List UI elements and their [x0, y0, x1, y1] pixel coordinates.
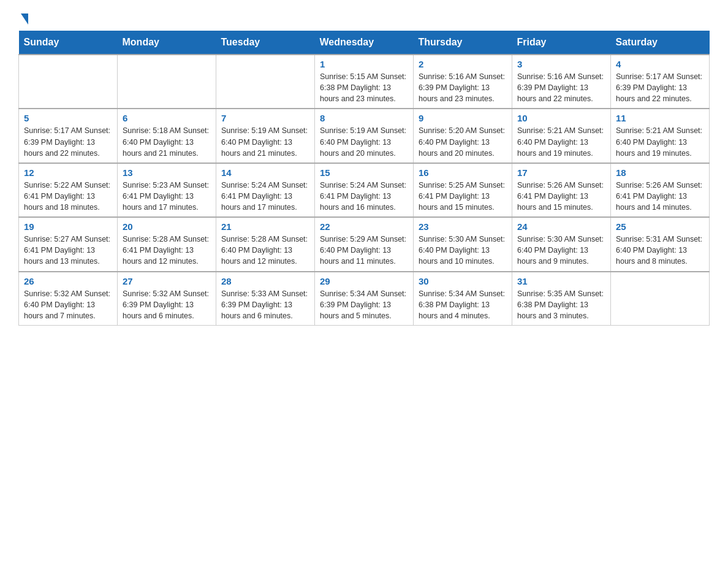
calendar-week-row: 1Sunrise: 5:15 AM Sunset: 6:38 PM Daylig…	[19, 55, 710, 109]
day-info: Sunrise: 5:19 AM Sunset: 6:40 PM Dayligh…	[320, 125, 408, 158]
logo-triangle-icon	[20, 12, 28, 25]
day-number: 5	[24, 113, 112, 123]
day-number: 12	[24, 167, 112, 178]
calendar-week-row: 12Sunrise: 5:22 AM Sunset: 6:41 PM Dayli…	[19, 163, 710, 217]
calendar-cell: 29Sunrise: 5:34 AM Sunset: 6:39 PM Dayli…	[315, 272, 414, 326]
day-info: Sunrise: 5:27 AM Sunset: 6:41 PM Dayligh…	[24, 234, 112, 267]
day-number: 25	[616, 221, 704, 232]
day-info: Sunrise: 5:34 AM Sunset: 6:38 PM Dayligh…	[419, 288, 507, 321]
calendar-cell: 1Sunrise: 5:15 AM Sunset: 6:38 PM Daylig…	[315, 55, 414, 109]
day-number: 11	[616, 113, 704, 123]
calendar-cell: 31Sunrise: 5:35 AM Sunset: 6:38 PM Dayli…	[512, 272, 611, 326]
day-info: Sunrise: 5:33 AM Sunset: 6:39 PM Dayligh…	[221, 288, 309, 321]
day-number: 16	[419, 167, 507, 178]
calendar-cell: 6Sunrise: 5:18 AM Sunset: 6:40 PM Daylig…	[118, 109, 216, 163]
day-info: Sunrise: 5:31 AM Sunset: 6:40 PM Dayligh…	[616, 234, 704, 267]
calendar-cell: 14Sunrise: 5:24 AM Sunset: 6:41 PM Dayli…	[216, 163, 315, 217]
logo	[18, 12, 28, 25]
day-info: Sunrise: 5:30 AM Sunset: 6:40 PM Dayligh…	[419, 234, 507, 267]
calendar-cell: 12Sunrise: 5:22 AM Sunset: 6:41 PM Dayli…	[19, 163, 118, 217]
calendar-cell: 22Sunrise: 5:29 AM Sunset: 6:40 PM Dayli…	[315, 217, 414, 271]
day-info: Sunrise: 5:24 AM Sunset: 6:41 PM Dayligh…	[320, 180, 408, 213]
calendar-cell: 16Sunrise: 5:25 AM Sunset: 6:41 PM Dayli…	[414, 163, 512, 217]
calendar-body: 1Sunrise: 5:15 AM Sunset: 6:38 PM Daylig…	[19, 55, 710, 325]
calendar-cell: 4Sunrise: 5:17 AM Sunset: 6:39 PM Daylig…	[611, 55, 710, 109]
calendar-cell: 27Sunrise: 5:32 AM Sunset: 6:39 PM Dayli…	[118, 272, 216, 326]
day-number: 19	[24, 221, 112, 232]
day-info: Sunrise: 5:17 AM Sunset: 6:39 PM Dayligh…	[24, 125, 112, 158]
day-number: 24	[517, 221, 605, 232]
calendar-cell: 11Sunrise: 5:21 AM Sunset: 6:40 PM Dayli…	[611, 109, 710, 163]
day-of-week-header: Thursday	[414, 31, 512, 55]
day-info: Sunrise: 5:23 AM Sunset: 6:41 PM Dayligh…	[123, 180, 211, 213]
calendar-cell: 21Sunrise: 5:28 AM Sunset: 6:40 PM Dayli…	[216, 217, 315, 271]
day-info: Sunrise: 5:17 AM Sunset: 6:39 PM Dayligh…	[616, 71, 704, 104]
day-number: 14	[221, 167, 309, 178]
day-number: 26	[24, 276, 112, 286]
day-number: 4	[616, 59, 704, 69]
day-info: Sunrise: 5:16 AM Sunset: 6:39 PM Dayligh…	[517, 71, 605, 104]
day-of-week-header: Saturday	[611, 31, 710, 55]
day-info: Sunrise: 5:35 AM Sunset: 6:38 PM Dayligh…	[517, 288, 605, 321]
logo-wordmark	[18, 12, 28, 25]
calendar-cell: 3Sunrise: 5:16 AM Sunset: 6:39 PM Daylig…	[512, 55, 611, 109]
calendar-cell: 23Sunrise: 5:30 AM Sunset: 6:40 PM Dayli…	[414, 217, 512, 271]
day-number: 20	[123, 221, 211, 232]
day-info: Sunrise: 5:26 AM Sunset: 6:41 PM Dayligh…	[517, 180, 605, 213]
calendar-cell: 10Sunrise: 5:21 AM Sunset: 6:40 PM Dayli…	[512, 109, 611, 163]
day-info: Sunrise: 5:21 AM Sunset: 6:40 PM Dayligh…	[616, 125, 704, 158]
day-info: Sunrise: 5:18 AM Sunset: 6:40 PM Dayligh…	[123, 125, 211, 158]
day-number: 6	[123, 113, 211, 123]
calendar-cell: 25Sunrise: 5:31 AM Sunset: 6:40 PM Dayli…	[611, 217, 710, 271]
days-of-week-row: SundayMondayTuesdayWednesdayThursdayFrid…	[19, 31, 710, 55]
calendar-header: SundayMondayTuesdayWednesdayThursdayFrid…	[19, 31, 710, 55]
calendar-cell: 2Sunrise: 5:16 AM Sunset: 6:39 PM Daylig…	[414, 55, 512, 109]
day-of-week-header: Friday	[512, 31, 611, 55]
day-info: Sunrise: 5:16 AM Sunset: 6:39 PM Dayligh…	[419, 71, 507, 104]
calendar-cell: 19Sunrise: 5:27 AM Sunset: 6:41 PM Dayli…	[19, 217, 118, 271]
calendar-cell	[19, 55, 118, 109]
day-of-week-header: Monday	[118, 31, 216, 55]
day-info: Sunrise: 5:30 AM Sunset: 6:40 PM Dayligh…	[517, 234, 605, 267]
day-info: Sunrise: 5:32 AM Sunset: 6:39 PM Dayligh…	[123, 288, 211, 321]
day-info: Sunrise: 5:28 AM Sunset: 6:40 PM Dayligh…	[221, 234, 309, 267]
day-number: 10	[517, 113, 605, 123]
day-number: 8	[320, 113, 408, 123]
day-info: Sunrise: 5:34 AM Sunset: 6:39 PM Dayligh…	[320, 288, 408, 321]
calendar-table: SundayMondayTuesdayWednesdayThursdayFrid…	[18, 31, 710, 326]
page-header	[18, 12, 710, 25]
calendar-cell: 5Sunrise: 5:17 AM Sunset: 6:39 PM Daylig…	[19, 109, 118, 163]
day-info: Sunrise: 5:25 AM Sunset: 6:41 PM Dayligh…	[419, 180, 507, 213]
calendar-cell: 17Sunrise: 5:26 AM Sunset: 6:41 PM Dayli…	[512, 163, 611, 217]
day-number: 28	[221, 276, 309, 286]
day-info: Sunrise: 5:20 AM Sunset: 6:40 PM Dayligh…	[419, 125, 507, 158]
day-info: Sunrise: 5:29 AM Sunset: 6:40 PM Dayligh…	[320, 234, 408, 267]
calendar-cell: 26Sunrise: 5:32 AM Sunset: 6:40 PM Dayli…	[19, 272, 118, 326]
day-info: Sunrise: 5:21 AM Sunset: 6:40 PM Dayligh…	[517, 125, 605, 158]
day-info: Sunrise: 5:26 AM Sunset: 6:41 PM Dayligh…	[616, 180, 704, 213]
day-number: 7	[221, 113, 309, 123]
day-info: Sunrise: 5:15 AM Sunset: 6:38 PM Dayligh…	[320, 71, 408, 104]
calendar-week-row: 26Sunrise: 5:32 AM Sunset: 6:40 PM Dayli…	[19, 272, 710, 326]
calendar-week-row: 19Sunrise: 5:27 AM Sunset: 6:41 PM Dayli…	[19, 217, 710, 271]
day-number: 30	[419, 276, 507, 286]
day-info: Sunrise: 5:32 AM Sunset: 6:40 PM Dayligh…	[24, 288, 112, 321]
day-number: 29	[320, 276, 408, 286]
calendar-cell: 30Sunrise: 5:34 AM Sunset: 6:38 PM Dayli…	[414, 272, 512, 326]
calendar-cell: 8Sunrise: 5:19 AM Sunset: 6:40 PM Daylig…	[315, 109, 414, 163]
day-number: 31	[517, 276, 605, 286]
day-number: 22	[320, 221, 408, 232]
calendar-cell: 7Sunrise: 5:19 AM Sunset: 6:40 PM Daylig…	[216, 109, 315, 163]
calendar-cell: 18Sunrise: 5:26 AM Sunset: 6:41 PM Dayli…	[611, 163, 710, 217]
calendar-cell: 20Sunrise: 5:28 AM Sunset: 6:41 PM Dayli…	[118, 217, 216, 271]
calendar-cell: 28Sunrise: 5:33 AM Sunset: 6:39 PM Dayli…	[216, 272, 315, 326]
calendar-week-row: 5Sunrise: 5:17 AM Sunset: 6:39 PM Daylig…	[19, 109, 710, 163]
calendar-cell: 15Sunrise: 5:24 AM Sunset: 6:41 PM Dayli…	[315, 163, 414, 217]
day-number: 17	[517, 167, 605, 178]
day-of-week-header: Sunday	[19, 31, 118, 55]
day-number: 3	[517, 59, 605, 69]
day-info: Sunrise: 5:28 AM Sunset: 6:41 PM Dayligh…	[123, 234, 211, 267]
calendar-cell: 24Sunrise: 5:30 AM Sunset: 6:40 PM Dayli…	[512, 217, 611, 271]
day-number: 2	[419, 59, 507, 69]
day-number: 13	[123, 167, 211, 178]
